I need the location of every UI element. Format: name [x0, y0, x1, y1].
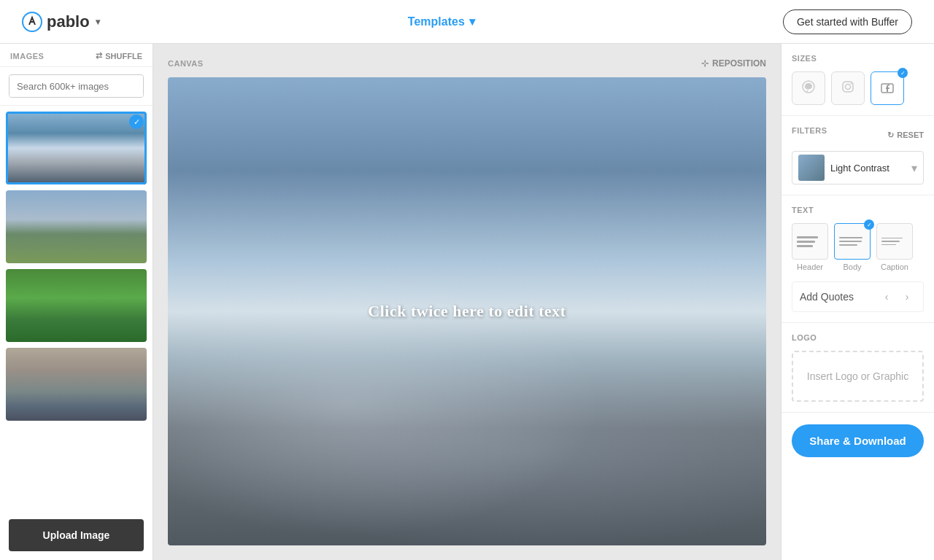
size-instagram[interactable] — [831, 71, 865, 105]
text-option-body[interactable]: ✓ Body — [834, 223, 871, 271]
reposition-icon: ⊹ — [701, 58, 709, 69]
filters-section: FILTERS ↻ RESET Light Contrast ▾ — [781, 116, 934, 195]
size-pinterest[interactable] — [792, 71, 825, 105]
filter-name-label: Light Contrast — [830, 163, 906, 174]
canvas-area: CANVAS ⊹ REPOSITION Click twice here to … — [153, 44, 781, 560]
canvas-toolbar: CANVAS ⊹ REPOSITION — [168, 58, 766, 69]
sizes-row: ✓ — [792, 71, 924, 105]
image-thumb-dock[interactable] — [6, 348, 147, 421]
svg-point-5 — [851, 82, 852, 84]
body-check-icon: ✓ — [864, 219, 874, 230]
header-label: Header — [797, 262, 823, 271]
facebook-icon — [880, 81, 895, 96]
sizes-section: SIZES ✓ — [781, 44, 934, 116]
text-options: Header ✓ Body — [792, 223, 924, 271]
text-body-btn[interactable]: ✓ — [834, 223, 871, 260]
caption-text-icon — [877, 233, 912, 250]
image-thumb-snow[interactable]: ✓ — [6, 112, 147, 184]
filters-reset-button[interactable]: ↻ RESET — [887, 131, 924, 140]
logo-text: pablo — [47, 12, 90, 31]
filter-chevron-icon: ▾ — [911, 161, 917, 175]
reposition-button[interactable]: ⊹ REPOSITION — [701, 58, 766, 69]
right-panel: SIZES ✓ — [781, 44, 934, 560]
filters-header: FILTERS ↻ RESET — [792, 126, 924, 144]
text-section: TEXT Header ✓ — [781, 195, 934, 323]
sidebar-header: IMAGES ⇄ SHUFFLE — [0, 44, 153, 67]
quote-next-button[interactable]: › — [898, 288, 916, 306]
logo-title: LOGO — [792, 333, 924, 342]
logo-insert-area[interactable]: Insert Logo or Graphic — [792, 351, 924, 402]
header-text-icon — [792, 232, 827, 252]
left-sidebar: IMAGES ⇄ SHUFFLE 🔍 ✓ — [0, 44, 153, 560]
search-area: 🔍 — [0, 67, 153, 106]
add-quotes-label: Add Quotes — [800, 291, 854, 303]
logo-insert-label: Insert Logo or Graphic — [807, 370, 908, 382]
svg-point-4 — [846, 84, 851, 89]
facebook-check-icon: ✓ — [898, 68, 908, 78]
add-quotes-row: Add Quotes ‹ › — [792, 281, 924, 312]
selected-check-icon: ✓ — [129, 114, 144, 129]
canvas-label: CANVAS — [168, 59, 204, 68]
shuffle-button[interactable]: ⇄ SHUFFLE — [96, 51, 142, 61]
text-title: TEXT — [792, 206, 924, 214]
image-list: ✓ — [0, 106, 153, 513]
canvas-edit-text[interactable]: Click twice here to edit text — [368, 302, 566, 321]
share-section: Share & Download — [781, 413, 934, 469]
logo-chevron-icon: ▾ — [96, 17, 100, 27]
pinterest-icon — [801, 79, 816, 98]
share-download-button[interactable]: Share & Download — [792, 424, 924, 457]
canvas-frame[interactable]: Click twice here to edit text — [168, 77, 766, 545]
upload-image-button[interactable]: Upload Image — [9, 519, 144, 551]
text-option-header[interactable]: Header — [792, 223, 828, 271]
logo-section: LOGO Insert Logo or Graphic — [781, 323, 934, 413]
main-layout: IMAGES ⇄ SHUFFLE 🔍 ✓ — [0, 44, 934, 560]
app-logo[interactable]: pablo ▾ — [22, 12, 100, 32]
get-started-button[interactable]: Get started with Buffer — [783, 9, 912, 34]
instagram-icon — [841, 79, 855, 98]
body-label: Body — [843, 262, 861, 271]
quote-prev-button[interactable]: ‹ — [878, 288, 895, 306]
quote-arrows: ‹ › — [878, 288, 916, 306]
search-box: 🔍 — [9, 74, 144, 98]
sizes-title: SIZES — [792, 54, 924, 63]
reset-icon: ↻ — [887, 131, 894, 140]
body-text-icon — [835, 233, 870, 250]
shuffle-icon: ⇄ — [96, 51, 102, 61]
text-option-caption[interactable]: Caption — [876, 223, 913, 271]
text-header-btn[interactable] — [792, 223, 828, 260]
templates-button[interactable]: Templates ▾ — [408, 15, 475, 28]
templates-chevron-icon: ▾ — [469, 15, 475, 28]
caption-label: Caption — [881, 262, 908, 271]
pablo-logo-icon — [22, 12, 42, 32]
text-caption-btn[interactable] — [876, 223, 913, 260]
filter-preview-thumb — [798, 155, 825, 181]
filter-dropdown[interactable]: Light Contrast ▾ — [792, 151, 924, 184]
size-facebook[interactable]: ✓ — [871, 71, 904, 105]
filters-title: FILTERS — [792, 126, 827, 135]
app-header: pablo ▾ Templates ▾ Get started with Buf… — [0, 0, 934, 44]
search-input[interactable] — [9, 76, 144, 97]
images-title: IMAGES — [10, 52, 44, 61]
templates-label: Templates — [408, 15, 465, 28]
image-thumb-grass[interactable] — [6, 269, 147, 342]
image-thumb-field[interactable] — [6, 190, 147, 263]
